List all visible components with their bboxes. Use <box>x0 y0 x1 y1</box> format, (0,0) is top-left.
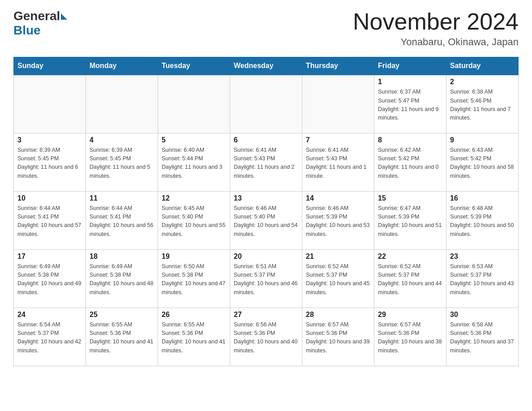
day-number: 22 <box>378 253 442 261</box>
calendar-cell: 19Sunrise: 6:50 AMSunset: 5:38 PMDayligh… <box>158 249 230 308</box>
calendar-cell: 6Sunrise: 6:41 AMSunset: 5:43 PMDaylight… <box>230 133 302 191</box>
day-info: Sunrise: 6:39 AMSunset: 5:45 PMDaylight:… <box>90 146 154 181</box>
day-info: Sunrise: 6:37 AMSunset: 5:47 PMDaylight:… <box>378 88 442 123</box>
day-header-monday: Monday <box>86 57 158 75</box>
calendar-cell: 25Sunrise: 6:55 AMSunset: 5:36 PMDayligh… <box>86 308 158 366</box>
day-header-row: SundayMondayTuesdayWednesdayThursdayFrid… <box>14 57 519 75</box>
day-number: 17 <box>17 253 82 261</box>
calendar-cell: 15Sunrise: 6:47 AMSunset: 5:39 PMDayligh… <box>374 191 446 249</box>
logo-general-text: General <box>13 9 67 23</box>
day-number: 1 <box>378 78 442 86</box>
day-number: 28 <box>306 311 370 319</box>
day-header-thursday: Thursday <box>302 57 374 75</box>
day-number: 14 <box>306 194 370 202</box>
day-info: Sunrise: 6:38 AMSunset: 5:46 PMDaylight:… <box>450 88 515 123</box>
logo-blue-text: Blue <box>13 23 41 38</box>
day-info: Sunrise: 6:49 AMSunset: 5:38 PMDaylight:… <box>17 262 82 297</box>
logo-triangle-icon <box>61 13 67 20</box>
day-info: Sunrise: 6:45 AMSunset: 5:40 PMDaylight:… <box>162 204 226 239</box>
day-info: Sunrise: 6:50 AMSunset: 5:38 PMDaylight:… <box>162 262 226 297</box>
day-info: Sunrise: 6:44 AMSunset: 5:41 PMDaylight:… <box>17 204 82 239</box>
day-info: Sunrise: 6:42 AMSunset: 5:42 PMDaylight:… <box>378 146 442 181</box>
calendar-cell: 7Sunrise: 6:41 AMSunset: 5:43 PMDaylight… <box>302 133 374 191</box>
day-number: 15 <box>378 194 442 202</box>
day-number: 11 <box>90 194 154 202</box>
day-header-tuesday: Tuesday <box>158 57 230 75</box>
day-info: Sunrise: 6:53 AMSunset: 5:37 PMDaylight:… <box>450 262 515 297</box>
week-row-3: 10Sunrise: 6:44 AMSunset: 5:41 PMDayligh… <box>14 191 519 249</box>
day-info: Sunrise: 6:39 AMSunset: 5:45 PMDaylight:… <box>17 146 82 181</box>
day-info: Sunrise: 6:48 AMSunset: 5:39 PMDaylight:… <box>450 204 515 239</box>
day-info: Sunrise: 6:57 AMSunset: 5:36 PMDaylight:… <box>306 321 370 355</box>
calendar-cell: 5Sunrise: 6:40 AMSunset: 5:44 PMDaylight… <box>158 133 230 191</box>
day-number: 9 <box>450 136 515 144</box>
day-number: 27 <box>234 311 298 319</box>
calendar-cell: 9Sunrise: 6:43 AMSunset: 5:42 PMDaylight… <box>446 133 519 191</box>
calendar-subtitle: Yonabaru, Okinawa, Japan <box>353 36 519 48</box>
day-info: Sunrise: 6:46 AMSunset: 5:40 PMDaylight:… <box>234 204 298 239</box>
day-info: Sunrise: 6:51 AMSunset: 5:37 PMDaylight:… <box>234 262 298 297</box>
calendar-cell: 1Sunrise: 6:37 AMSunset: 5:47 PMDaylight… <box>374 75 446 133</box>
day-number: 18 <box>90 253 154 261</box>
calendar-cell <box>230 75 302 133</box>
logo: General Blue <box>13 9 67 38</box>
week-row-1: 1Sunrise: 6:37 AMSunset: 5:47 PMDaylight… <box>14 75 519 133</box>
day-number: 10 <box>17 194 82 202</box>
day-info: Sunrise: 6:55 AMSunset: 5:36 PMDaylight:… <box>90 321 154 355</box>
day-number: 4 <box>90 136 154 144</box>
day-info: Sunrise: 6:58 AMSunset: 5:36 PMDaylight:… <box>450 321 515 355</box>
calendar-table: SundayMondayTuesdayWednesdayThursdayFrid… <box>13 57 519 366</box>
calendar-cell: 12Sunrise: 6:45 AMSunset: 5:40 PMDayligh… <box>158 191 230 249</box>
page-header: General Blue November 2024 Yonabaru, Oki… <box>13 9 519 48</box>
day-info: Sunrise: 6:41 AMSunset: 5:43 PMDaylight:… <box>306 146 370 181</box>
calendar-cell: 22Sunrise: 6:52 AMSunset: 5:37 PMDayligh… <box>374 249 446 308</box>
calendar-cell: 26Sunrise: 6:55 AMSunset: 5:36 PMDayligh… <box>158 308 230 366</box>
calendar-cell: 30Sunrise: 6:58 AMSunset: 5:36 PMDayligh… <box>446 308 519 366</box>
day-info: Sunrise: 6:40 AMSunset: 5:44 PMDaylight:… <box>162 146 226 181</box>
day-number: 26 <box>162 311 226 319</box>
day-info: Sunrise: 6:47 AMSunset: 5:39 PMDaylight:… <box>378 204 442 239</box>
day-info: Sunrise: 6:43 AMSunset: 5:42 PMDaylight:… <box>450 146 515 181</box>
calendar-cell: 16Sunrise: 6:48 AMSunset: 5:39 PMDayligh… <box>446 191 519 249</box>
day-info: Sunrise: 6:41 AMSunset: 5:43 PMDaylight:… <box>234 146 298 181</box>
calendar-cell: 11Sunrise: 6:44 AMSunset: 5:41 PMDayligh… <box>86 191 158 249</box>
day-number: 21 <box>306 253 370 261</box>
day-info: Sunrise: 6:52 AMSunset: 5:37 PMDaylight:… <box>306 262 370 297</box>
day-header-friday: Friday <box>374 57 446 75</box>
day-number: 23 <box>450 253 515 261</box>
day-info: Sunrise: 6:54 AMSunset: 5:37 PMDaylight:… <box>17 321 82 355</box>
day-header-wednesday: Wednesday <box>230 57 302 75</box>
day-info: Sunrise: 6:57 AMSunset: 5:36 PMDaylight:… <box>378 321 442 355</box>
calendar-cell: 4Sunrise: 6:39 AMSunset: 5:45 PMDaylight… <box>86 133 158 191</box>
calendar-cell: 20Sunrise: 6:51 AMSunset: 5:37 PMDayligh… <box>230 249 302 308</box>
calendar-cell <box>86 75 158 133</box>
day-number: 29 <box>378 311 442 319</box>
week-row-4: 17Sunrise: 6:49 AMSunset: 5:38 PMDayligh… <box>14 249 519 308</box>
day-number: 24 <box>17 311 82 319</box>
day-number: 3 <box>17 136 82 144</box>
calendar-title-area: November 2024 Yonabaru, Okinawa, Japan <box>353 9 519 48</box>
day-number: 6 <box>234 136 298 144</box>
calendar-cell: 8Sunrise: 6:42 AMSunset: 5:42 PMDaylight… <box>374 133 446 191</box>
day-number: 13 <box>234 194 298 202</box>
day-number: 20 <box>234 253 298 261</box>
day-number: 25 <box>90 311 154 319</box>
calendar-cell: 3Sunrise: 6:39 AMSunset: 5:45 PMDaylight… <box>14 133 86 191</box>
day-number: 19 <box>162 253 226 261</box>
calendar-cell: 28Sunrise: 6:57 AMSunset: 5:36 PMDayligh… <box>302 308 374 366</box>
calendar-cell: 29Sunrise: 6:57 AMSunset: 5:36 PMDayligh… <box>374 308 446 366</box>
day-info: Sunrise: 6:55 AMSunset: 5:36 PMDaylight:… <box>162 321 226 355</box>
calendar-cell: 27Sunrise: 6:56 AMSunset: 5:36 PMDayligh… <box>230 308 302 366</box>
day-number: 8 <box>378 136 442 144</box>
day-number: 2 <box>450 78 515 86</box>
day-number: 7 <box>306 136 370 144</box>
day-info: Sunrise: 6:49 AMSunset: 5:38 PMDaylight:… <box>90 262 154 297</box>
calendar-cell: 18Sunrise: 6:49 AMSunset: 5:38 PMDayligh… <box>86 249 158 308</box>
day-header-saturday: Saturday <box>446 57 519 75</box>
day-number: 16 <box>450 194 515 202</box>
calendar-cell: 23Sunrise: 6:53 AMSunset: 5:37 PMDayligh… <box>446 249 519 308</box>
day-info: Sunrise: 6:44 AMSunset: 5:41 PMDaylight:… <box>90 204 154 239</box>
day-header-sunday: Sunday <box>14 57 86 75</box>
calendar-cell: 17Sunrise: 6:49 AMSunset: 5:38 PMDayligh… <box>14 249 86 308</box>
calendar-cell <box>302 75 374 133</box>
